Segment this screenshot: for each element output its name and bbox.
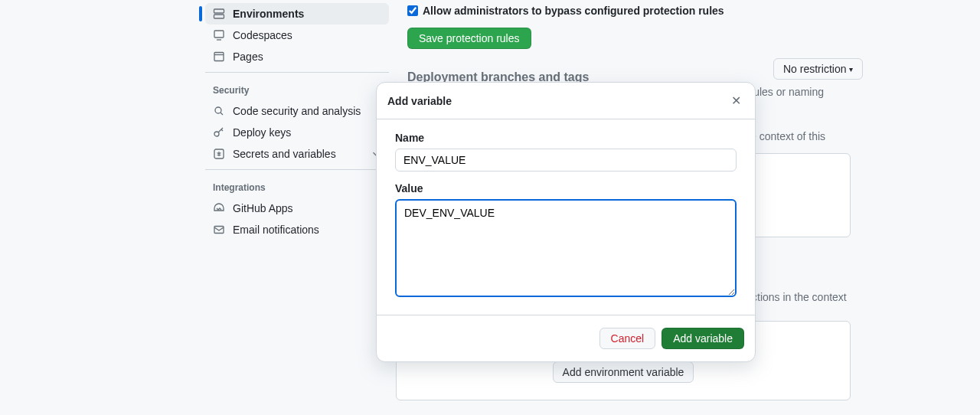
bypass-checkbox-row[interactable]: Allow administrators to bypass configure… bbox=[407, 5, 867, 17]
svg-rect-3 bbox=[214, 53, 224, 61]
divider bbox=[205, 72, 389, 73]
name-label: Name bbox=[395, 132, 737, 144]
value-textarea[interactable]: <span></span> bbox=[395, 199, 737, 297]
sidebar-item-label: Pages bbox=[233, 51, 263, 63]
sidebar-item-pages[interactable]: Pages bbox=[205, 46, 389, 67]
modal-body: Name Value <span></span> bbox=[377, 119, 755, 315]
sidebar-item-deploy-keys[interactable]: Deploy keys bbox=[205, 122, 389, 143]
sidebar-item-label: Codespaces bbox=[233, 29, 292, 41]
close-icon: ✕ bbox=[731, 94, 741, 107]
sidebar-item-label: Email notifications bbox=[233, 224, 319, 236]
codespaces-icon bbox=[213, 29, 225, 41]
shield-scan-icon bbox=[213, 105, 225, 117]
no-restriction-dropdown[interactable]: No restriction ▾ bbox=[773, 58, 863, 80]
caret-down-icon: ▾ bbox=[849, 65, 853, 74]
asterisk-icon bbox=[213, 148, 225, 160]
sidebar-item-code-security[interactable]: Code security and analysis bbox=[205, 100, 389, 122]
add-environment-variable-button[interactable]: Add environment variable bbox=[553, 361, 694, 383]
svg-point-5 bbox=[214, 132, 219, 136]
modal-footer: Cancel Add variable bbox=[377, 315, 755, 361]
sidebar-item-environments[interactable]: Environments bbox=[205, 3, 389, 25]
sidebar-item-email-notifications[interactable]: Email notifications bbox=[205, 219, 389, 240]
save-protection-rules-button[interactable]: Save protection rules bbox=[407, 28, 531, 49]
close-button[interactable]: ✕ bbox=[728, 90, 744, 111]
key-icon bbox=[213, 126, 225, 139]
sidebar-item-label: Environments bbox=[233, 8, 304, 20]
server-icon bbox=[213, 8, 225, 20]
sidebar-item-codespaces[interactable]: Codespaces bbox=[205, 25, 389, 46]
add-variable-button[interactable]: Add variable bbox=[662, 328, 744, 349]
value-label: Value bbox=[395, 182, 737, 194]
svg-rect-7 bbox=[214, 227, 224, 234]
bypass-label: Allow administrators to bypass configure… bbox=[423, 5, 724, 17]
sidebar-item-label: Code security and analysis bbox=[233, 105, 361, 117]
sidebar-item-secrets-variables[interactable]: Secrets and variables bbox=[205, 143, 389, 165]
mail-icon bbox=[213, 224, 225, 236]
sidebar-heading-security: Security bbox=[205, 77, 389, 100]
sidebar-item-github-apps[interactable]: GitHub Apps bbox=[205, 198, 389, 219]
name-input[interactable] bbox=[395, 149, 737, 172]
svg-point-4 bbox=[215, 107, 221, 113]
sidebar-item-label: Deploy keys bbox=[233, 126, 291, 139]
divider bbox=[205, 169, 389, 170]
svg-rect-0 bbox=[214, 9, 224, 13]
svg-rect-2 bbox=[214, 31, 224, 38]
sidebar: Environments Codespaces Pages Security C… bbox=[205, 0, 389, 240]
cancel-button[interactable]: Cancel bbox=[599, 328, 656, 349]
hubot-icon bbox=[213, 202, 225, 214]
no-restriction-label: No restriction bbox=[783, 63, 846, 75]
sidebar-item-label: GitHub Apps bbox=[233, 202, 293, 214]
bypass-checkbox[interactable] bbox=[407, 5, 418, 16]
modal-header: Add variable ✕ bbox=[377, 83, 755, 119]
modal-title: Add variable bbox=[387, 95, 452, 107]
sidebar-item-label: Secrets and variables bbox=[233, 148, 336, 160]
svg-rect-1 bbox=[214, 15, 224, 18]
context-text-fragment: e context of this bbox=[750, 130, 842, 142]
sidebar-heading-integrations: Integrations bbox=[205, 175, 389, 198]
add-variable-modal: Add variable ✕ Name Value <span></span> … bbox=[376, 82, 756, 362]
browser-icon bbox=[213, 51, 225, 63]
